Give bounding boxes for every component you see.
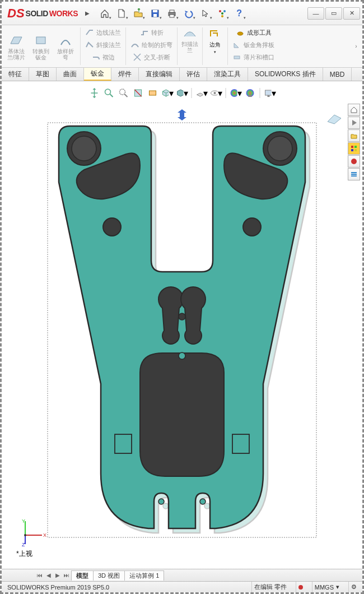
convert-sheetmetal-button[interactable]: 转换到 钣金: [29, 33, 53, 61]
dynamic-annotation-icon[interactable]: [147, 87, 159, 99]
close-button[interactable]: ✕: [343, 7, 360, 20]
tab-sketch[interactable]: 草图: [29, 68, 57, 81]
tab-direct-edit[interactable]: 直接编辑: [139, 68, 180, 81]
svg-point-30: [351, 159, 357, 164]
svg-rect-27: [354, 146, 357, 148]
section-view-icon[interactable]: [132, 87, 144, 99]
tab-features[interactable]: 特征: [2, 68, 29, 81]
jog-button[interactable]: 转折: [138, 26, 166, 39]
print-button[interactable]: ▾: [164, 6, 180, 21]
ribbon-expand-icon[interactable]: ›: [352, 42, 360, 50]
tab-sheetmetal[interactable]: 钣金: [84, 68, 111, 81]
minimize-button[interactable]: —: [307, 7, 324, 20]
svg-point-9: [221, 15, 223, 17]
sp-resources-icon[interactable]: [348, 117, 360, 129]
label: 绘制的折弯: [142, 41, 172, 49]
window-controls: — ▭ ✕: [307, 7, 360, 20]
corners-button[interactable]: 边角▾: [203, 25, 227, 67]
view-eye-icon[interactable]: ▾: [210, 87, 222, 99]
svg-point-20: [214, 92, 216, 94]
gusset-button[interactable]: 钣金角撑板: [230, 39, 277, 51]
command-tabs: 特征 草图 曲面 钣金 焊件 直接编辑 评估 渲染工具 SOLIDWORKS 插…: [2, 68, 362, 81]
motion-tabs: ⏮ ◀ ▶ ⏭ 模型 3D 视图 运动算例 1: [2, 569, 362, 581]
save-button[interactable]: ▾: [147, 6, 163, 21]
sp-view-palette-icon[interactable]: [348, 142, 360, 155]
forming-tool-button[interactable]: 成形工具: [234, 26, 274, 39]
label: 边角: [209, 41, 221, 49]
zoom-area-icon[interactable]: [103, 87, 115, 99]
label: 扫描法 兰: [181, 41, 198, 53]
svg-point-45: [200, 499, 206, 504]
undo-button[interactable]: ▾: [181, 6, 197, 21]
svg-rect-25: [268, 95, 270, 97]
svg-point-37: [268, 136, 292, 161]
tab-nav-first[interactable]: ⏮: [35, 571, 44, 580]
lofted-bend-button[interactable]: 放样折 弯: [53, 33, 78, 61]
logo-text-1: SOLID: [26, 9, 48, 18]
task-pane: [348, 104, 361, 180]
ribbon: 基体法 兰/薄片 转换到 钣金 放样折 弯 边线法兰 斜接法兰 褶边 转折 绘制…: [2, 25, 362, 68]
viewport[interactable]: ▾ ▾ ▾ ▾ ▾ ▾: [2, 81, 362, 569]
tab-nav-last[interactable]: ⏭: [62, 571, 71, 580]
base-flange-button[interactable]: 基体法 兰/薄片: [4, 33, 29, 61]
svg-rect-23: [249, 95, 252, 97]
tab-render[interactable]: 渲染工具: [207, 68, 248, 81]
open-button[interactable]: ▾: [130, 6, 146, 21]
label: 边线法兰: [96, 29, 121, 37]
tab-mbd[interactable]: MBD: [323, 68, 352, 81]
tab-surfaces[interactable]: 曲面: [57, 68, 84, 81]
home-button[interactable]: ▾: [97, 6, 113, 21]
sp-custom-props-icon[interactable]: [348, 168, 360, 180]
sketched-bend-button[interactable]: 绘制的折弯: [128, 39, 175, 51]
status-indicator-icon[interactable]: [296, 582, 305, 592]
tab-addins[interactable]: SOLIDWORKS 插件: [248, 68, 323, 81]
hem-button[interactable]: 褶边: [89, 51, 117, 63]
tab-slot-button[interactable]: 薄片和槽口: [230, 51, 277, 63]
status-units[interactable]: MMGS ▾: [312, 582, 342, 592]
svg-rect-18: [150, 91, 156, 95]
maximize-button[interactable]: ▭: [325, 7, 342, 20]
view-settings-icon[interactable]: ▾: [264, 87, 276, 99]
view-orientation-icon[interactable]: ▾: [161, 87, 174, 99]
svg-rect-4: [170, 10, 174, 12]
status-cog-icon[interactable]: ⚙: [348, 582, 359, 592]
btab-motion[interactable]: 运动算例 1: [124, 570, 164, 581]
zoom-fit-icon[interactable]: [88, 87, 101, 99]
expand-arrow[interactable]: ▶: [83, 7, 91, 20]
tab-weldments[interactable]: 焊件: [111, 68, 139, 81]
appearance-icon[interactable]: ▾: [230, 87, 242, 99]
view-heads-up-toolbar: ▾ ▾ ▾ ▾ ▾ ▾: [86, 86, 278, 100]
svg-rect-26: [351, 146, 353, 148]
miter-flange-button[interactable]: 斜接法兰: [83, 39, 123, 51]
cross-break-button[interactable]: 交叉-折断: [130, 51, 173, 63]
tab-nav-prev[interactable]: ◀: [44, 571, 53, 580]
hide-show-icon[interactable]: ▾: [195, 87, 208, 99]
orientation-triad[interactable]: X Y Z: [20, 518, 48, 546]
display-style-icon[interactable]: ▾: [176, 87, 188, 99]
svg-rect-1: [153, 10, 157, 12]
tab-evaluate[interactable]: 评估: [180, 68, 207, 81]
scene-icon[interactable]: [244, 87, 256, 99]
svg-rect-12: [234, 56, 240, 59]
origin-marker: [178, 109, 186, 120]
svg-text:X: X: [43, 532, 46, 538]
prev-view-icon[interactable]: [118, 87, 130, 99]
sp-library-icon[interactable]: [348, 129, 360, 142]
sp-appearances-icon[interactable]: [348, 155, 360, 168]
swept-flange-button[interactable]: 扫描法 兰: [178, 25, 202, 67]
select-button[interactable]: ▾: [198, 6, 213, 21]
status-edit-mode: 在编辑 零件: [251, 582, 289, 592]
model-canvas[interactable]: [36, 109, 328, 552]
rebuild-button[interactable]: ▾: [214, 6, 230, 21]
svg-rect-33: [351, 175, 357, 177]
btab-model[interactable]: 模型: [71, 570, 94, 581]
label: 钣金角撑板: [244, 41, 274, 49]
edge-flange-button[interactable]: 边线法兰: [83, 26, 123, 39]
sp-home-icon[interactable]: [348, 104, 360, 116]
svg-rect-31: [351, 172, 357, 173]
new-button[interactable]: ▾: [114, 6, 129, 21]
btab-3dview[interactable]: 3D 视图: [93, 570, 125, 581]
tab-nav-next[interactable]: ▶: [53, 571, 62, 580]
help-button[interactable]: ?▾: [231, 6, 247, 21]
title-bar: DS SOLIDWORKS ▶ ▾ ▾ ▾ ▾ ▾ ▾ ▾ ▾ ?▾ — ▭ ✕: [2, 2, 362, 25]
